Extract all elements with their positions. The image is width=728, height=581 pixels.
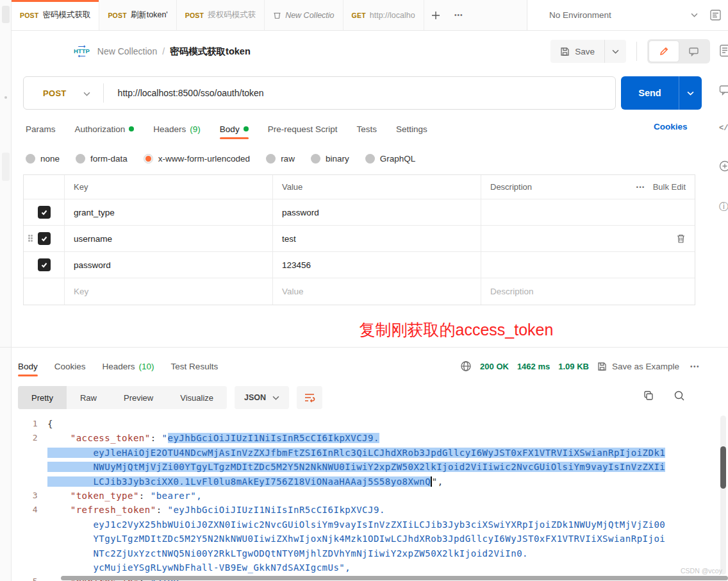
row-checkbox[interactable] <box>38 206 51 219</box>
code-snippet-icon[interactable]: </> <box>719 124 728 133</box>
body-type-GraphQL[interactable]: GraphQL <box>365 154 416 164</box>
trash-icon <box>676 233 686 244</box>
view-mode-preview[interactable]: Preview <box>110 386 167 409</box>
kv-description-input[interactable] <box>481 252 695 278</box>
scrollbar-thumb[interactable] <box>720 446 726 489</box>
code-line: 1{ <box>12 417 720 431</box>
body-type-binary[interactable]: binary <box>311 154 349 164</box>
workspace-tab[interactable]: GEThttp://localho <box>343 0 424 30</box>
kv-more-options[interactable]: ••• <box>636 184 645 190</box>
kv-value-input[interactable]: Value <box>273 278 481 305</box>
breadcrumb-request-title[interactable]: 密码模式获取token <box>170 46 251 58</box>
save-options-button[interactable] <box>604 40 626 63</box>
collapsed-sidebar[interactable] <box>0 0 12 581</box>
response-status[interactable]: 200 OK <box>480 362 509 371</box>
chevron-down-icon[interactable] <box>83 92 90 96</box>
info-icon[interactable]: ⓘ <box>719 201 728 213</box>
network-globe-icon[interactable] <box>460 360 472 372</box>
vertical-scrollbar[interactable] <box>720 416 726 575</box>
kv-key-input[interactable]: grant_type <box>65 199 273 225</box>
request-subtab-headers[interactable]: Headers(9) <box>153 124 201 134</box>
tab-more-options-button[interactable]: ••• <box>447 0 470 30</box>
view-mode-visualize[interactable]: Visualize <box>167 386 227 409</box>
documentation-icon[interactable] <box>719 44 728 60</box>
body-type-x-www-form-urlencoded[interactable]: x-www-form-urlencoded <box>144 154 250 164</box>
search-response-button[interactable] <box>674 390 685 401</box>
view-mode-pretty[interactable]: Pretty <box>18 386 67 409</box>
request-subtab-authorization[interactable]: Authorization <box>75 124 135 134</box>
environment-quick-look-icon[interactable] <box>709 9 722 21</box>
workspace-tab[interactable]: New Collectio <box>265 0 343 30</box>
sidebar-dot <box>4 96 7 99</box>
response-tab-cookies[interactable]: Cookies <box>54 362 86 371</box>
bulk-edit-button[interactable]: Bulk Edit <box>653 182 686 192</box>
response-view-toolbar: PrettyRawPreviewVisualize JSON <box>18 386 322 409</box>
format-selector[interactable]: JSON <box>235 386 289 409</box>
wrap-lines-button[interactable] <box>297 386 322 409</box>
kv-row: usernametest <box>24 226 695 252</box>
save-as-example-button[interactable]: Save as Example <box>597 362 679 371</box>
send-button[interactable]: Send <box>621 76 679 110</box>
body-type-raw[interactable]: raw <box>266 154 295 164</box>
kv-key-input[interactable]: username <box>65 226 273 251</box>
tab-label: http://localho <box>370 11 415 20</box>
related-requests-icon[interactable] <box>719 160 728 174</box>
copy-response-button[interactable] <box>643 390 654 401</box>
workspace-tab[interactable]: POST授权码模式获 <box>177 0 265 30</box>
request-subtab-settings[interactable]: Settings <box>396 124 427 134</box>
row-checkbox[interactable] <box>38 232 51 245</box>
drag-handle-icon[interactable] <box>28 235 33 242</box>
response-tab-body[interactable]: Body <box>18 362 38 371</box>
response-body-json[interactable]: 1{2 "access_token": "eyJhbGciOiJIUzI1NiI… <box>12 414 720 581</box>
view-mode-raw[interactable]: Raw <box>67 386 110 409</box>
workspace-tab[interactable]: POST刷新token' <box>99 0 176 30</box>
workspace-tab[interactable]: POST密码模式获取 <box>12 0 99 30</box>
request-subtab-params[interactable]: Params <box>26 124 56 134</box>
kv-value-input[interactable]: password <box>273 199 481 225</box>
delete-row-button[interactable] <box>676 233 686 244</box>
kv-key-input[interactable]: Key <box>65 278 273 305</box>
save-label: Save <box>575 47 595 56</box>
line-number: 4 <box>12 503 47 517</box>
environment-selector[interactable]: No Environment <box>549 10 611 20</box>
response-time[interactable]: 1462 ms <box>517 362 550 371</box>
edit-mode-button[interactable] <box>649 41 679 62</box>
kv-key-input[interactable]: password <box>65 252 273 278</box>
row-checkbox[interactable] <box>38 258 51 271</box>
chevron-down-icon <box>687 91 694 96</box>
kv-value-input[interactable]: 123456 <box>273 252 481 278</box>
request-subtab-body[interactable]: Body <box>220 124 249 134</box>
comments-icon[interactable] <box>719 85 728 98</box>
kv-header-key: Key <box>65 175 273 199</box>
tab-count: (9) <box>190 124 201 134</box>
method-selector[interactable]: POST <box>43 88 67 98</box>
response-size[interactable]: 1.09 KB <box>558 362 589 371</box>
response-tab-headers[interactable]: Headers(10) <box>103 362 154 371</box>
radio-icon <box>365 154 375 164</box>
comment-mode-button[interactable] <box>679 41 708 62</box>
code-line: ycMujieYSgRLywNbFhall-VB9Ew_GkkN7dSAXIgc… <box>12 560 720 575</box>
kv-value-input[interactable]: test <box>273 226 481 251</box>
url-input[interactable]: http://localhost:8500/sso/oauth/token <box>118 88 264 98</box>
kv-description-input[interactable] <box>481 199 695 225</box>
tab-label: 密码模式获取 <box>42 10 90 21</box>
horizontal-scrollbar[interactable] <box>61 576 728 580</box>
response-tabs: BodyCookiesHeaders(10)Test Results <box>18 358 218 375</box>
response-more-options-button[interactable]: ••• <box>690 363 700 370</box>
kv-description-input[interactable]: Description <box>481 278 695 305</box>
line-number <box>12 518 47 532</box>
postman-app-window: POST密码模式获取POST刷新token'POST授权码模式获New Coll… <box>0 0 728 581</box>
body-type-form-data[interactable]: form-data <box>76 154 128 164</box>
body-type-none[interactable]: none <box>26 154 60 164</box>
response-tab-test-results[interactable]: Test Results <box>171 362 219 371</box>
line-number: 3 <box>12 489 47 503</box>
save-button[interactable]: Save <box>550 40 604 63</box>
kv-description-input[interactable] <box>481 226 695 251</box>
request-subtab-pre-request-script[interactable]: Pre-request Script <box>268 124 338 134</box>
breadcrumb-collection[interactable]: New Collection <box>97 46 157 56</box>
chevron-down-icon[interactable] <box>691 13 698 17</box>
send-options-button[interactable] <box>679 76 702 110</box>
cookies-link[interactable]: Cookies <box>654 122 688 131</box>
new-tab-button[interactable] <box>424 0 447 30</box>
request-subtab-tests[interactable]: Tests <box>356 124 377 134</box>
